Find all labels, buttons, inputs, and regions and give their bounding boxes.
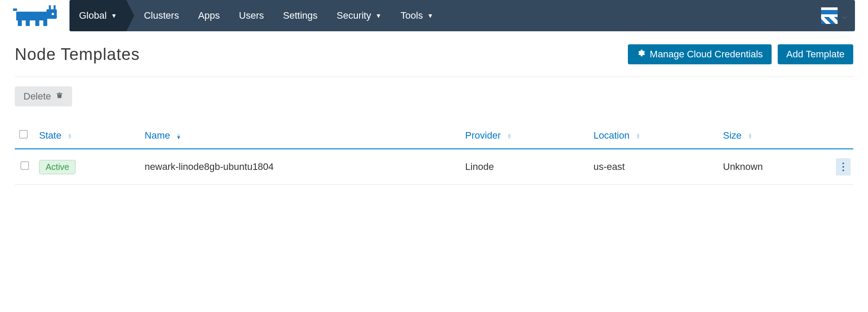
nav-settings[interactable]: Settings (274, 0, 327, 31)
sort-icon: ▲▼ (636, 133, 640, 139)
col-location[interactable]: Location ▲▼ (589, 124, 719, 149)
templates-table: State ▲▼ Name ▲▼ Provider ▲▼ Location ▲▼… (15, 124, 853, 185)
chevron-down-icon: ▼ (427, 12, 433, 19)
avatar (821, 7, 838, 24)
col-label: Provider (465, 130, 501, 141)
select-all-checkbox[interactable] (19, 130, 28, 139)
user-menu[interactable]: ⌵ (813, 0, 855, 31)
col-state[interactable]: State ▲▼ (35, 124, 140, 149)
col-size[interactable]: Size ▲▼ (719, 124, 832, 149)
nav-item-label: Settings (283, 10, 318, 21)
col-label: Size (723, 130, 742, 141)
button-label: Manage Cloud Credentials (650, 49, 763, 60)
nav-tools[interactable]: Tools ▼ (391, 0, 443, 31)
sort-icon: ▲▼ (748, 133, 752, 139)
col-label: Location (594, 130, 630, 141)
nav-apps[interactable]: Apps (188, 0, 229, 31)
nav-item-label: Tools (401, 10, 423, 21)
sort-icon: ▲▼ (507, 133, 512, 139)
row-actions-menu[interactable] (836, 158, 851, 176)
delete-button[interactable]: Delete (15, 86, 72, 106)
nav-users[interactable]: Users (229, 0, 273, 31)
cell-provider: Linode (461, 149, 589, 185)
col-label: Name (145, 130, 170, 141)
svg-rect-7 (49, 5, 51, 9)
nav-item-label: Apps (198, 10, 220, 21)
logo[interactable] (13, 3, 69, 28)
svg-rect-0 (16, 12, 47, 20)
chevron-down-icon: ⌵ (842, 10, 847, 21)
page-header: Node Templates Manage Cloud Credentials … (15, 44, 853, 77)
top-navbar: Global ▼ Clusters Apps Users Settings Se… (0, 0, 868, 31)
gear-icon (637, 49, 645, 60)
add-template-button[interactable]: Add Template (778, 44, 853, 64)
svg-rect-3 (35, 20, 39, 26)
svg-rect-6 (13, 9, 17, 11)
page-title: Node Templates (15, 45, 140, 64)
status-badge: Active (39, 160, 76, 174)
col-provider[interactable]: Provider ▲▼ (461, 124, 589, 149)
row-checkbox[interactable] (20, 161, 29, 170)
svg-rect-1 (18, 20, 22, 26)
col-name[interactable]: Name ▲▼ (140, 124, 461, 149)
nav-clusters[interactable]: Clusters (126, 0, 188, 31)
chevron-down-icon: ▼ (111, 12, 117, 19)
nav-global[interactable]: Global ▼ (69, 0, 126, 31)
sort-icon: ▲▼ (68, 133, 73, 139)
nav-item-label: Clusters (144, 10, 179, 21)
trash-icon (56, 91, 63, 102)
svg-rect-4 (43, 20, 47, 26)
nav-item-label: Users (239, 10, 264, 21)
cell-name: newark-linode8gb-ubuntu1804 (140, 149, 461, 185)
svg-point-9 (52, 13, 54, 16)
cell-size: Unknown (719, 149, 832, 185)
button-label: Add Template (786, 49, 845, 60)
svg-rect-2 (26, 20, 30, 26)
cell-location: us-east (589, 149, 719, 185)
sort-icon: ▲▼ (176, 133, 181, 139)
button-label: Delete (23, 91, 51, 102)
nav-strip: Global ▼ Clusters Apps Users Settings Se… (69, 0, 855, 31)
svg-rect-8 (54, 5, 56, 9)
nav-item-label: Security (337, 10, 371, 21)
table-row: Active newark-linode8gb-ubuntu1804 Linod… (15, 149, 853, 185)
rancher-logo-icon (13, 3, 61, 28)
manage-cloud-credentials-button[interactable]: Manage Cloud Credentials (628, 44, 772, 64)
nav-security[interactable]: Security ▼ (327, 0, 391, 31)
col-label: State (39, 130, 61, 141)
nav-global-label: Global (79, 10, 107, 21)
chevron-down-icon: ▼ (376, 12, 382, 19)
